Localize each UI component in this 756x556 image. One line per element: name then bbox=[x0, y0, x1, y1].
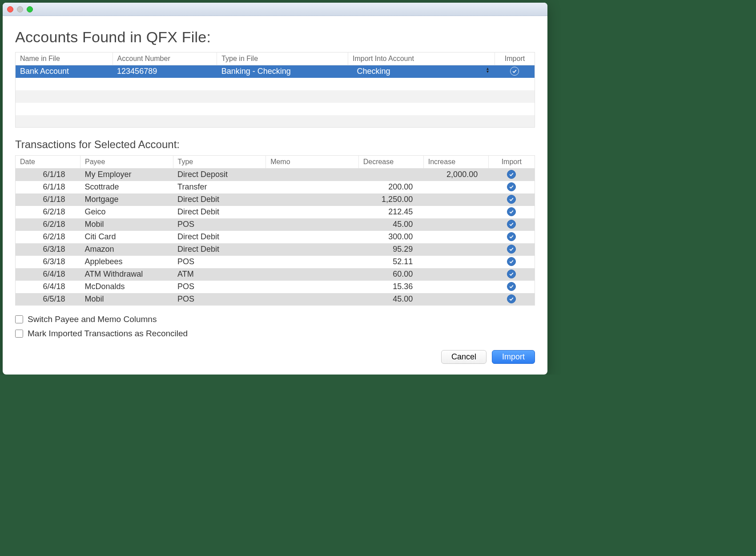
close-icon[interactable] bbox=[7, 6, 13, 12]
transaction-increase bbox=[423, 218, 488, 231]
transaction-memo bbox=[266, 268, 359, 281]
account-import-toggle[interactable] bbox=[495, 65, 535, 78]
accounts-col-number[interactable]: Account Number bbox=[113, 52, 217, 65]
transaction-payee: Geico bbox=[80, 206, 173, 218]
zoom-icon[interactable] bbox=[27, 6, 33, 12]
transaction-type: POS bbox=[173, 281, 266, 293]
import-button[interactable]: Import bbox=[492, 350, 535, 364]
transaction-date: 6/4/18 bbox=[16, 268, 80, 281]
transaction-type: POS bbox=[173, 218, 266, 231]
checkmark-icon bbox=[507, 195, 516, 204]
accounts-row[interactable]: Bank Account 123456789 Banking - Checkin… bbox=[16, 65, 535, 78]
switch-payee-memo-checkbox[interactable] bbox=[15, 315, 23, 323]
transaction-date: 6/1/18 bbox=[16, 181, 80, 193]
transaction-row[interactable]: 6/3/18 Amazon Direct Debit 95.29 bbox=[16, 243, 535, 256]
minimize-icon[interactable] bbox=[17, 6, 23, 12]
trans-col-payee[interactable]: Payee bbox=[80, 156, 173, 169]
transaction-memo bbox=[266, 281, 359, 293]
transaction-date: 6/2/18 bbox=[16, 231, 80, 243]
transaction-memo bbox=[266, 193, 359, 206]
checkmark-icon bbox=[507, 207, 516, 216]
transaction-import-toggle[interactable] bbox=[488, 256, 535, 268]
window-titlebar bbox=[3, 3, 547, 16]
switch-payee-memo-label: Switch Payee and Memo Columns bbox=[28, 314, 157, 324]
accounts-col-name[interactable]: Name in File bbox=[16, 52, 113, 65]
transaction-date: 6/3/18 bbox=[16, 243, 80, 256]
transaction-import-toggle[interactable] bbox=[488, 169, 535, 181]
transaction-decrease: 45.00 bbox=[358, 218, 423, 231]
transaction-import-toggle[interactable] bbox=[488, 181, 535, 193]
transaction-import-toggle[interactable] bbox=[488, 218, 535, 231]
transaction-type: POS bbox=[173, 293, 266, 306]
checkmark-icon bbox=[507, 245, 516, 254]
transaction-decrease: 52.11 bbox=[358, 256, 423, 268]
trans-col-type[interactable]: Type bbox=[173, 156, 266, 169]
accounts-empty-row bbox=[16, 103, 535, 115]
import-into-account-select[interactable]: Checking ▴▾ bbox=[348, 65, 495, 78]
transaction-memo bbox=[266, 218, 359, 231]
accounts-empty-row bbox=[16, 90, 535, 103]
trans-col-decrease[interactable]: Decrease bbox=[358, 156, 423, 169]
accounts-col-import[interactable]: Import bbox=[495, 52, 535, 65]
transaction-import-toggle[interactable] bbox=[488, 206, 535, 218]
transaction-increase bbox=[423, 193, 488, 206]
trans-col-import[interactable]: Import bbox=[488, 156, 535, 169]
transaction-row[interactable]: 6/4/18 McDonalds POS 15.36 bbox=[16, 281, 535, 293]
transaction-date: 6/2/18 bbox=[16, 206, 80, 218]
checkmark-icon bbox=[507, 270, 516, 278]
trans-col-memo[interactable]: Memo bbox=[266, 156, 359, 169]
transaction-row[interactable]: 6/3/18 Applebees POS 52.11 bbox=[16, 256, 535, 268]
transaction-import-toggle[interactable] bbox=[488, 193, 535, 206]
transaction-row[interactable]: 6/2/18 Geico Direct Debit 212.45 bbox=[16, 206, 535, 218]
checkmark-icon bbox=[507, 182, 516, 191]
mark-reconciled-label: Mark Imported Transactions as Reconciled bbox=[28, 329, 188, 338]
transaction-type: Direct Deposit bbox=[173, 169, 266, 181]
transaction-payee: Mortgage bbox=[80, 193, 173, 206]
transaction-import-toggle[interactable] bbox=[488, 243, 535, 256]
transaction-type: Transfer bbox=[173, 181, 266, 193]
transaction-memo bbox=[266, 181, 359, 193]
transaction-row[interactable]: 6/5/18 Mobil POS 45.00 bbox=[16, 293, 535, 306]
accounts-empty-row bbox=[16, 78, 535, 90]
transaction-import-toggle[interactable] bbox=[488, 231, 535, 243]
accounts-col-import-into[interactable]: Import Into Account bbox=[348, 52, 495, 65]
transaction-date: 6/1/18 bbox=[16, 169, 80, 181]
trans-col-increase[interactable]: Increase bbox=[423, 156, 488, 169]
transaction-row[interactable]: 6/4/18 ATM Withdrawal ATM 60.00 bbox=[16, 268, 535, 281]
transaction-row[interactable]: 6/1/18 Scottrade Transfer 200.00 bbox=[16, 181, 535, 193]
checkmark-icon bbox=[507, 282, 516, 291]
transaction-increase bbox=[423, 206, 488, 218]
transaction-payee: Applebees bbox=[80, 256, 173, 268]
cancel-button[interactable]: Cancel bbox=[441, 350, 487, 364]
account-name: Bank Account bbox=[16, 65, 113, 78]
transaction-increase bbox=[423, 231, 488, 243]
transaction-memo bbox=[266, 256, 359, 268]
transaction-row[interactable]: 6/2/18 Mobil POS 45.00 bbox=[16, 218, 535, 231]
transaction-date: 6/1/18 bbox=[16, 193, 80, 206]
transaction-type: Direct Debit bbox=[173, 206, 266, 218]
transaction-type: POS bbox=[173, 256, 266, 268]
transaction-memo bbox=[266, 293, 359, 306]
transaction-increase bbox=[423, 293, 488, 306]
transaction-row[interactable]: 6/2/18 Citi Card Direct Debit 300.00 bbox=[16, 231, 535, 243]
switch-payee-memo-option[interactable]: Switch Payee and Memo Columns bbox=[15, 314, 535, 324]
transaction-memo bbox=[266, 206, 359, 218]
transaction-date: 6/3/18 bbox=[16, 256, 80, 268]
trans-col-date[interactable]: Date bbox=[16, 156, 80, 169]
transaction-import-toggle[interactable] bbox=[488, 281, 535, 293]
transaction-import-toggle[interactable] bbox=[488, 293, 535, 306]
accounts-col-type[interactable]: Type in File bbox=[217, 52, 348, 65]
accounts-empty-row bbox=[16, 115, 535, 128]
transaction-increase bbox=[423, 281, 488, 293]
transaction-payee: Citi Card bbox=[80, 231, 173, 243]
checkmark-icon bbox=[507, 294, 516, 303]
account-number: 123456789 bbox=[113, 65, 217, 78]
transaction-row[interactable]: 6/1/18 Mortgage Direct Debit 1,250.00 bbox=[16, 193, 535, 206]
mark-reconciled-checkbox[interactable] bbox=[15, 330, 23, 338]
transaction-decrease: 15.36 bbox=[358, 281, 423, 293]
transaction-row[interactable]: 6/1/18 My Employer Direct Deposit 2,000.… bbox=[16, 169, 535, 181]
transaction-import-toggle[interactable] bbox=[488, 268, 535, 281]
transaction-increase bbox=[423, 181, 488, 193]
transaction-payee: Amazon bbox=[80, 243, 173, 256]
mark-reconciled-option[interactable]: Mark Imported Transactions as Reconciled bbox=[15, 329, 535, 338]
